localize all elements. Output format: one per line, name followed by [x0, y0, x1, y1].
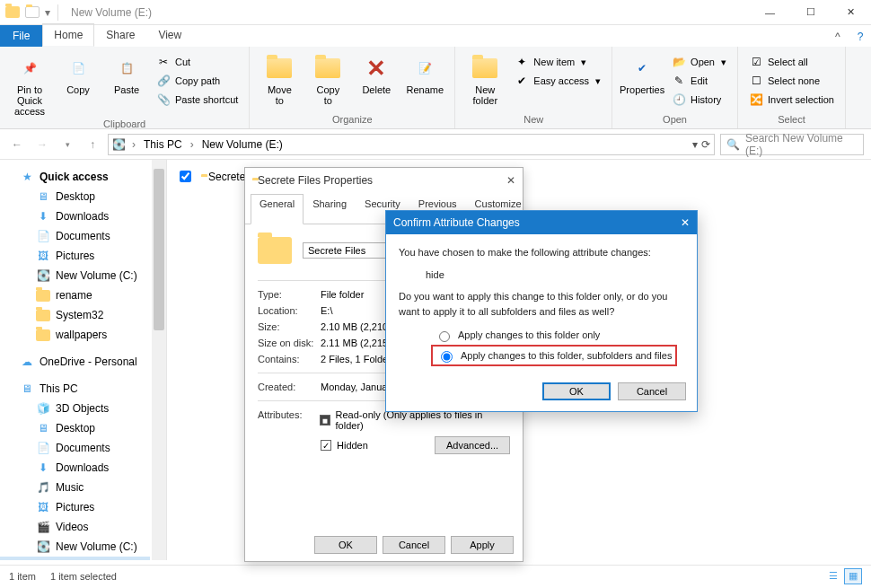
tree-videos[interactable]: 🎬Videos	[0, 517, 150, 537]
refresh-icon[interactable]: ⟳	[701, 138, 710, 151]
hidden-label: Hidden	[337, 440, 368, 451]
confirm-close-icon[interactable]: ✕	[681, 216, 690, 229]
documents-icon: 📄	[36, 229, 50, 243]
paste-icon: 📋	[112, 54, 141, 83]
properties-close-icon[interactable]: ✕	[506, 174, 515, 187]
crumb-this-pc[interactable]: This PC	[142, 138, 184, 151]
prop-type-value: File folder	[321, 289, 364, 300]
tab-share[interactable]: Share	[94, 23, 146, 47]
new-item-button[interactable]: ✦New item▾	[511, 54, 604, 70]
confirm-ok-button[interactable]: OK	[542, 382, 611, 400]
item-checkbox[interactable]	[180, 171, 191, 182]
readonly-checkbox[interactable]: ■	[320, 415, 330, 426]
crumb-volume[interactable]: New Volume (E:)	[200, 138, 285, 151]
properties-cancel-button[interactable]: Cancel	[383, 536, 445, 554]
ribbon-collapse-icon[interactable]: ^	[831, 27, 849, 47]
help-icon[interactable]: ?	[849, 27, 871, 47]
tree-desktop[interactable]: 🖥Desktop	[0, 187, 150, 206]
easy-access-button[interactable]: ✔Easy access▾	[511, 73, 604, 89]
desktop-icon: 🖥	[36, 189, 50, 204]
properties-title: Secrete Files Properties	[258, 174, 373, 187]
delete-button[interactable]: ✕Delete	[354, 50, 399, 95]
search-box[interactable]: 🔍 Search New Volume (E:)	[720, 134, 864, 155]
group-label-clipboard: Clipboard	[103, 117, 145, 131]
move-to-button[interactable]: Moveto	[257, 50, 302, 106]
tree-documents[interactable]: 📄Documents	[0, 226, 150, 246]
paste-shortcut-button[interactable]: 📎Paste shortcut	[153, 92, 242, 108]
tree-downloads2[interactable]: ⬇Downloads	[0, 458, 150, 478]
address-dropdown-icon[interactable]: ▾	[692, 138, 698, 151]
minimize-button[interactable]: —	[750, 0, 790, 25]
tree-newvol-e[interactable]: 💽New Volume (E:)	[0, 557, 150, 560]
up-button[interactable]: ↑	[83, 135, 102, 154]
qat-dropdown-icon[interactable]: ▾	[45, 6, 50, 19]
tab-general[interactable]: General	[251, 194, 304, 224]
tree-wallpapers[interactable]: wallpapers	[0, 325, 150, 345]
select-none-icon: ☐	[749, 74, 763, 88]
pin-quick-access-button[interactable]: 📌 Pin to Quickaccess	[7, 50, 52, 117]
edit-button[interactable]: ✎Edit	[668, 73, 730, 89]
forward-button[interactable]: →	[32, 135, 52, 154]
music-icon: 🎵	[36, 480, 50, 495]
paste-button[interactable]: 📋 Paste	[104, 50, 149, 95]
tree-downloads[interactable]: ⬇Downloads	[0, 206, 150, 226]
rename-button[interactable]: 📝Rename	[402, 50, 447, 95]
copy-button[interactable]: 📄 Copy	[56, 50, 101, 95]
history-button[interactable]: 🕘History	[668, 92, 730, 108]
radio-input-folder-only[interactable]	[439, 331, 450, 342]
sidebar-scrollbar[interactable]	[152, 160, 166, 560]
copy-path-button[interactable]: 🔗Copy path	[153, 73, 242, 89]
tree-rename[interactable]: rename	[0, 285, 150, 305]
advanced-button[interactable]: Advanced...	[435, 436, 510, 454]
tab-home[interactable]: Home	[42, 23, 94, 47]
select-none-button[interactable]: ☐Select none	[745, 73, 838, 89]
pc-icon: 🖥	[20, 382, 34, 396]
group-label-open: Open	[663, 112, 687, 127]
history-icon: 🕘	[672, 92, 686, 107]
properties-button[interactable]: ✔Properties	[620, 50, 664, 95]
videos-icon: 🎬	[36, 520, 50, 534]
documents-icon: 📄	[36, 441, 50, 455]
tree-newvol-c[interactable]: 💽New Volume (C:)	[0, 266, 150, 285]
title-path: New Volume (E:)	[71, 6, 152, 19]
confirm-attribute: hide	[399, 260, 684, 290]
tree-documents2[interactable]: 📄Documents	[0, 438, 150, 458]
tree-newvol-c2[interactable]: 💽New Volume (C:)	[0, 537, 150, 557]
properties-ok-button[interactable]: OK	[314, 536, 377, 554]
tree-this-pc[interactable]: 🖥This PC	[0, 379, 150, 399]
tab-sharing[interactable]: Sharing	[304, 194, 356, 224]
tree-3d-objects[interactable]: 🧊3D Objects	[0, 399, 150, 418]
copy-to-button[interactable]: Copyto	[305, 50, 350, 106]
invert-selection-button[interactable]: 🔀Invert selection	[745, 92, 838, 108]
cut-button[interactable]: ✂Cut	[153, 54, 242, 70]
view-large-button[interactable]: ▦	[844, 568, 862, 584]
recent-dropdown[interactable]: ▾	[57, 135, 77, 154]
radio-subfolders-highlighted[interactable]: Apply changes to this folder, subfolders…	[431, 345, 677, 367]
radio-this-folder-only[interactable]: Apply changes to this folder only	[399, 326, 684, 345]
tree-desktop2[interactable]: 🖥Desktop	[0, 418, 150, 438]
address-bar[interactable]: 💽 This PC New Volume (E:) ▾ ⟳	[108, 134, 715, 155]
tab-file[interactable]: File	[0, 25, 42, 47]
view-details-button[interactable]: ☰	[824, 568, 842, 584]
close-button[interactable]: ✕	[831, 0, 871, 25]
maximize-button[interactable]: ☐	[790, 0, 831, 25]
tree-quick-access[interactable]: ★Quick access	[0, 167, 150, 187]
star-icon: ★	[20, 170, 34, 184]
tree-system32[interactable]: System32	[0, 305, 150, 325]
tree-pictures[interactable]: 🖼Pictures	[0, 246, 150, 266]
hidden-checkbox[interactable]	[321, 440, 331, 451]
back-button[interactable]: ←	[7, 135, 27, 154]
select-all-button[interactable]: ☑Select all	[745, 54, 838, 70]
search-placeholder: Search New Volume (E:)	[745, 132, 858, 157]
pictures-icon: 🖼	[36, 500, 50, 514]
tree-pictures2[interactable]: 🖼Pictures	[0, 497, 150, 517]
properties-apply-button[interactable]: Apply	[451, 536, 514, 554]
tab-view[interactable]: View	[146, 23, 193, 47]
radio-input-subfolders[interactable]	[441, 351, 453, 363]
confirm-cancel-button[interactable]: Cancel	[618, 382, 686, 400]
open-button[interactable]: 📂Open▾	[668, 54, 730, 70]
new-folder-button[interactable]: Newfolder	[462, 50, 507, 106]
tree-music[interactable]: 🎵Music	[0, 478, 150, 497]
search-icon: 🔍	[726, 138, 740, 151]
tree-onedrive[interactable]: ☁OneDrive - Personal	[0, 352, 150, 372]
